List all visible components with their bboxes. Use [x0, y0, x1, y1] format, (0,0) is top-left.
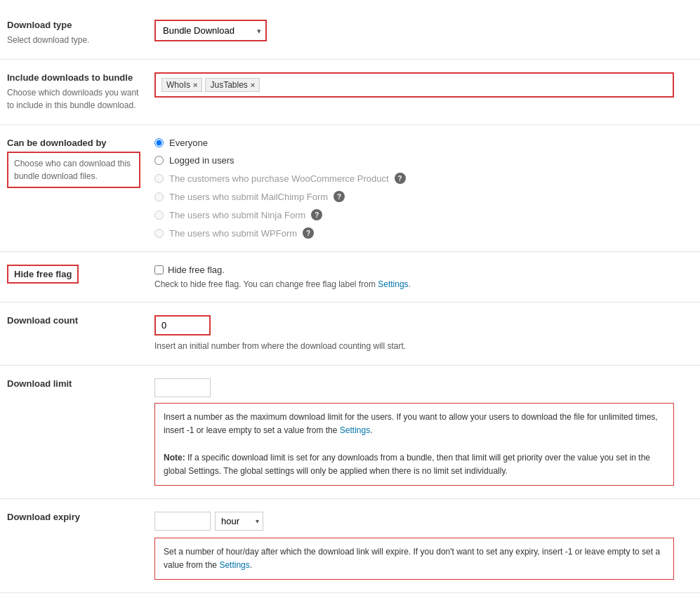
can-be-downloaded-label-cell: Can be downloaded by Choose who can down…	[0, 125, 147, 252]
radio-woocommerce-label: The customers who purchase WooCommerce P…	[169, 173, 389, 184]
hide-free-flag-label: Hide free flag	[7, 265, 79, 284]
download-expiry-info-box: Set a number of hour/day after which the…	[154, 538, 674, 580]
settings-form: Download type Select download type. Bund…	[0, 7, 700, 593]
hide-free-flag-label-cell: Hide free flag	[0, 252, 147, 303]
include-downloads-label-cell: Include downloads to bundle Choose which…	[0, 60, 147, 125]
hour-unit-select[interactable]: hour day week month	[215, 512, 263, 531]
download-type-desc: Select download type.	[7, 34, 140, 46]
download-type-input-cell: Bundle Download Single Download ▾	[147, 7, 700, 60]
download-count-label: Download count	[7, 315, 140, 326]
can-be-downloaded-input-cell: Everyone Logged in users The customers w…	[147, 125, 700, 252]
include-downloads-input-cell: WhoIs × JusTables ×	[147, 60, 700, 125]
radio-mailchimp-input	[154, 192, 164, 201]
tag-whois-remove[interactable]: ×	[193, 81, 197, 89]
download-type-label-cell: Download type Select download type.	[0, 7, 147, 60]
include-downloads-label: Include downloads to bundle	[7, 72, 140, 83]
radio-ninjaform[interactable]: The users who submit Ninja Form ?	[154, 209, 693, 220]
download-type-dropdown-wrapper[interactable]: Bundle Download Single Download ▾	[154, 20, 267, 41]
can-be-downloaded-row: Can be downloaded by Choose who can down…	[0, 125, 700, 252]
download-type-select[interactable]: Bundle Download Single Download	[154, 20, 267, 41]
download-limit-note-body: If a specific download limit is set for …	[164, 453, 650, 476]
tag-justables-label: JusTables	[210, 80, 247, 90]
download-limit-info-box: Insert a number as the maximum download …	[154, 403, 674, 486]
download-count-input-cell: Insert an initial number from where the …	[147, 303, 700, 366]
radio-mailchimp-label: The users who submit MailChimp Form	[169, 192, 328, 202]
download-expiry-label-cell: Download expiry	[0, 498, 147, 592]
download-limit-input[interactable]	[154, 378, 211, 397]
hide-free-flag-checkbox[interactable]	[154, 265, 164, 274]
download-expiry-label: Download expiry	[7, 512, 140, 522]
download-type-row: Download type Select download type. Bund…	[0, 7, 700, 60]
radio-woocommerce-input	[154, 174, 164, 183]
radio-wpform-input	[154, 229, 164, 238]
radio-logged-in[interactable]: Logged in users	[154, 155, 693, 166]
download-limit-settings-link[interactable]: Settings	[340, 425, 370, 435]
radio-logged-in-input[interactable]	[154, 156, 164, 165]
hide-free-flag-checkbox-label[interactable]: Hide free flag.	[154, 265, 693, 275]
expiry-row: hour day week month ▾	[154, 512, 693, 531]
download-limit-label-cell: Download limit	[0, 366, 147, 499]
include-downloads-row: Include downloads to bundle Choose which…	[0, 60, 700, 125]
hide-free-flag-input-cell: Hide free flag. Check to hide free flag.…	[147, 252, 700, 303]
download-count-hint: Insert an initial number from where the …	[154, 340, 693, 352]
download-count-input[interactable]	[154, 315, 211, 335]
radio-ninjaform-input	[154, 211, 164, 220]
download-limit-label: Download limit	[7, 378, 140, 389]
download-type-label: Download type	[7, 20, 140, 30]
tag-whois: WhoIs ×	[161, 78, 202, 92]
tag-whois-label: WhoIs	[166, 80, 190, 90]
radio-everyone-input[interactable]	[154, 138, 164, 147]
can-be-downloaded-label: Can be downloaded by	[7, 138, 140, 148]
hide-free-flag-desc: Check to hide free flag. You can change …	[154, 279, 693, 289]
hide-free-flag-settings-link[interactable]: Settings	[378, 279, 408, 289]
download-expiry-settings-link[interactable]: Settings	[219, 560, 249, 570]
radio-everyone[interactable]: Everyone	[154, 138, 693, 148]
download-expiry-input[interactable]	[154, 512, 211, 531]
download-count-row: Download count Insert an initial number …	[0, 303, 700, 366]
download-limit-row: Download limit Insert a number as the ma…	[0, 366, 700, 499]
download-limit-input-cell: Insert a number as the maximum download …	[147, 366, 700, 499]
radio-wpform-label: The users who submit WPForm	[169, 228, 297, 239]
tags-field[interactable]: WhoIs × JusTables ×	[154, 72, 674, 98]
hour-dropdown-wrapper[interactable]: hour day week month ▾	[215, 512, 263, 531]
download-limit-info-text: Insert a number as the maximum download …	[164, 412, 658, 435]
download-expiry-row: Download expiry hour day week month ▾ Se…	[0, 498, 700, 592]
hide-free-flag-row: Hide free flag Hide free flag. Check to …	[0, 252, 700, 303]
radio-wpform[interactable]: The users who submit WPForm ?	[154, 227, 693, 239]
download-limit-note-label: Note:	[164, 453, 185, 463]
radio-ninjaform-label: The users who submit Ninja Form	[169, 210, 305, 220]
wpform-help-icon[interactable]: ?	[303, 227, 314, 239]
radio-everyone-label: Everyone	[169, 138, 208, 148]
mailchimp-help-icon[interactable]: ?	[334, 191, 345, 202]
ninjaform-help-icon[interactable]: ?	[311, 209, 322, 220]
radio-mailchimp[interactable]: The users who submit MailChimp Form ?	[154, 191, 693, 202]
woocommerce-help-icon[interactable]: ?	[395, 173, 406, 184]
radio-woocommerce[interactable]: The customers who purchase WooCommerce P…	[154, 173, 693, 184]
radio-group: Everyone Logged in users The customers w…	[154, 138, 693, 239]
radio-logged-in-label: Logged in users	[169, 155, 235, 166]
hide-free-flag-checkbox-text: Hide free flag.	[168, 265, 225, 275]
download-expiry-input-cell: hour day week month ▾ Set a number of ho…	[147, 498, 700, 592]
include-downloads-desc: Choose which downloads you want to inclu…	[7, 86, 140, 112]
download-count-label-cell: Download count	[0, 303, 147, 366]
tag-justables-remove[interactable]: ×	[251, 81, 255, 89]
can-be-downloaded-desc: Choose who can download this bundle down…	[7, 152, 140, 188]
tag-justables: JusTables ×	[205, 78, 260, 92]
